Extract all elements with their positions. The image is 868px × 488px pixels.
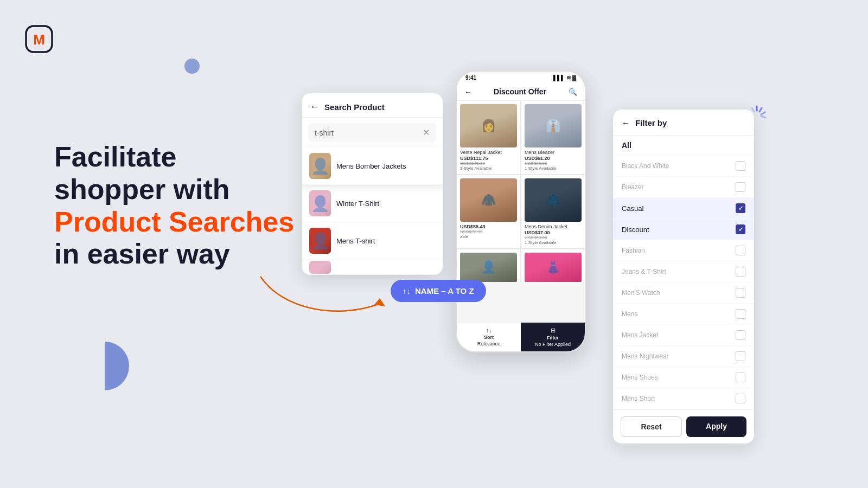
product-card-3[interactable]: 🧥 USD$55.49 USD$73.99 able xyxy=(457,175,520,248)
search-clear-icon[interactable]: ✕ xyxy=(423,127,430,138)
filter-label-mensjacket: Mens Jacket xyxy=(622,331,658,339)
filter-panel: ← Filter by All Black And White Bleazer … xyxy=(613,110,754,444)
product-card-1[interactable]: 👩 Veste Nepal Jacket USD$111.75 USD$149.… xyxy=(457,101,520,174)
phone-bottom-bar: ↑↓ Sort Relevance ⊟ Filter No Filter App… xyxy=(457,322,585,351)
filter-footer: Reset Apply xyxy=(613,409,754,444)
result-image-2: 👤 xyxy=(309,190,331,216)
arrow-decoration xyxy=(250,266,401,331)
checkbox-menswatch[interactable] xyxy=(736,288,745,298)
phone-sort-button[interactable]: ↑↓ Sort Relevance xyxy=(457,323,521,351)
search-result-item[interactable] xyxy=(302,260,443,275)
filter-item-jeans[interactable]: Jeans & T-Shirt xyxy=(613,261,754,282)
svg-text:M: M xyxy=(33,31,45,48)
search-input-row: t-shirt ✕ xyxy=(308,123,436,142)
sort-label: NAME – A TO Z xyxy=(415,286,474,296)
checkbox-bw[interactable] xyxy=(736,161,745,171)
search-result-item[interactable]: 👤 Mens T-shirt xyxy=(302,222,443,260)
filter-item-mensnightwear[interactable]: Mens Nightwear xyxy=(613,346,754,367)
checkbox-mens[interactable] xyxy=(736,309,745,319)
sort-btn-sub: Relevance xyxy=(477,341,501,346)
apply-button[interactable]: Apply xyxy=(686,416,746,437)
filter-label-bw: Black And White xyxy=(622,162,669,170)
checkbox-jeans[interactable] xyxy=(736,267,745,277)
sort-btn-icon: ↑↓ xyxy=(486,327,492,333)
phone-header: ← Discount Offer 🔍 xyxy=(457,83,585,101)
filter-item-discount[interactable]: Discount xyxy=(613,219,754,240)
hero-line1: Facilitate xyxy=(54,141,176,172)
product-avail-4: 1 Style Available xyxy=(525,240,582,245)
reset-button[interactable]: Reset xyxy=(621,416,682,437)
filter-btn-label: Filter xyxy=(547,335,559,341)
product-card-4[interactable]: 🧥 Mens Denim Jacket USD$37.00 USD$50.00 … xyxy=(521,175,585,248)
product-image-2: 👔 xyxy=(525,104,582,147)
filter-label-jeans: Jeans & T-Shirt xyxy=(622,268,666,275)
filter-label-bleazer: Bleazer xyxy=(622,183,644,191)
filter-label-discount: Discount xyxy=(622,226,649,234)
checkbox-fashion[interactable] xyxy=(736,246,745,255)
product-image-1: 👩 xyxy=(460,104,517,147)
filter-item-mensshort[interactable]: Mens Short xyxy=(613,388,754,409)
checkbox-mensshoes[interactable] xyxy=(736,373,745,382)
result-image-4 xyxy=(309,261,331,274)
product-card-6[interactable]: 👗 xyxy=(521,249,585,282)
filter-label-mensnightwear: Mens Nightwear xyxy=(622,352,669,360)
checkbox-mensjacket[interactable] xyxy=(736,330,745,340)
phone-mockup: 9:41 ▌▌▌ ≋ ▓ ← Discount Offer 🔍 👩 Veste … xyxy=(456,70,586,352)
svg-line-4 xyxy=(760,108,762,112)
product-old-price-1: USD$149.00 xyxy=(460,161,517,166)
phone-status-bar: 9:41 ▌▌▌ ≋ ▓ xyxy=(457,72,585,83)
filter-item-menswatch[interactable]: Men'S Watch xyxy=(613,282,754,304)
search-input[interactable]: t-shirt xyxy=(315,129,423,137)
result-image-3: 👤 xyxy=(309,228,331,254)
spinner-decoration xyxy=(746,104,768,128)
hero-line2: shopper with xyxy=(54,174,230,205)
product-card-2[interactable]: 👔 Mens Bleazer USD$61.20 USD$68.00 1 Sty… xyxy=(521,101,585,174)
product-card-5[interactable]: 👤 xyxy=(457,249,520,282)
filter-item-mensjacket[interactable]: Mens Jacket xyxy=(613,325,754,346)
hero-highlight: Product Searches xyxy=(54,206,294,237)
sort-icon: ↑↓ xyxy=(403,286,411,296)
search-result-item[interactable]: 👤 Mens Bomber Jackets xyxy=(302,147,443,185)
filter-item-bw[interactable]: Black And White xyxy=(613,156,754,177)
product-avail-2: 1 Style Available xyxy=(525,166,582,171)
filter-back-icon[interactable]: ← xyxy=(622,118,630,127)
filter-label-fashion: Fashion xyxy=(622,247,645,254)
search-back-icon[interactable]: ← xyxy=(310,102,319,112)
filter-item-mensshoes[interactable]: Mens Shoes xyxy=(613,367,754,388)
filter-label-casual: Casual xyxy=(622,204,643,213)
product-price-3: USD$55.49 xyxy=(460,224,517,229)
checkbox-discount[interactable] xyxy=(736,224,745,234)
filter-item-all[interactable]: All xyxy=(613,136,754,156)
checkbox-mensshort[interactable] xyxy=(736,394,745,403)
filter-item-mens[interactable]: Mens xyxy=(613,304,754,325)
product-name-2: Mens Bleazer xyxy=(525,150,582,156)
search-panel: ← Search Product t-shirt ✕ 👤 Mens Bomber… xyxy=(302,93,443,275)
checkbox-mensnightwear[interactable] xyxy=(736,351,745,361)
checkbox-bleazer[interactable] xyxy=(736,182,745,192)
svg-line-5 xyxy=(761,112,765,114)
logo[interactable]: M xyxy=(24,22,54,52)
phone-filter-button[interactable]: ⊟ Filter No Filter Applied xyxy=(521,323,585,351)
filter-label-mensshoes: Mens Shoes xyxy=(622,374,658,381)
phone-header-title: Discount Offer xyxy=(494,87,546,96)
sort-pill[interactable]: ↑↓ NAME – A TO Z xyxy=(391,280,486,302)
result-image-1: 👤 xyxy=(309,153,331,179)
search-panel-header: ← Search Product xyxy=(302,93,443,118)
checkbox-casual[interactable] xyxy=(736,203,745,213)
filter-title: Filter by xyxy=(635,118,667,127)
filter-item-fashion[interactable]: Fashion xyxy=(613,240,754,261)
filter-header: ← Filter by xyxy=(613,110,754,136)
result-label-2: Winter T-Shirt xyxy=(336,200,379,208)
filter-btn-sub: No Filter Applied xyxy=(535,342,571,347)
product-avail-1: 2 Style Available xyxy=(460,166,517,171)
filter-item-bleazer[interactable]: Bleazer xyxy=(613,177,754,198)
filter-item-casual[interactable]: Casual xyxy=(613,198,754,219)
bg-half-circle-decoration xyxy=(80,342,129,390)
filter-label-mens: Mens xyxy=(622,310,637,318)
svg-line-6 xyxy=(761,116,765,118)
search-result-item[interactable]: 👤 Winter T-Shirt xyxy=(302,185,443,222)
phone-products-grid: 👩 Veste Nepal Jacket USD$111.75 USD$149.… xyxy=(457,101,585,282)
phone-search-icon[interactable]: 🔍 xyxy=(569,88,577,96)
product-image-5: 👤 xyxy=(460,253,517,282)
phone-back-icon[interactable]: ← xyxy=(464,88,471,96)
